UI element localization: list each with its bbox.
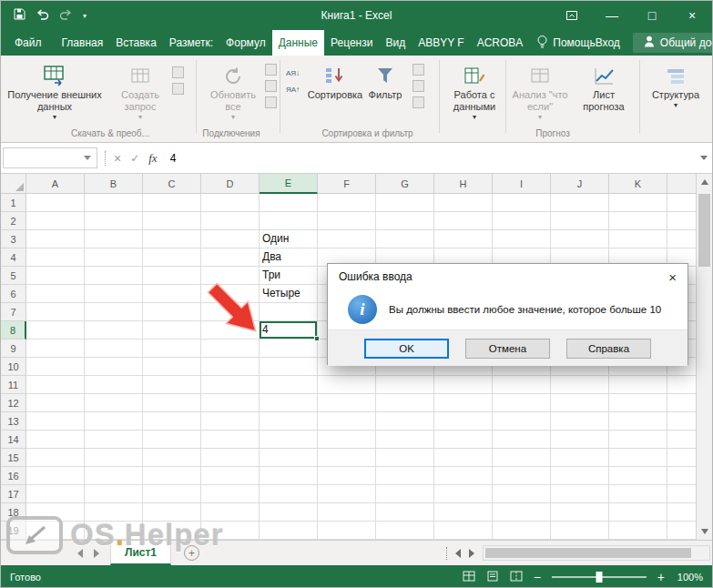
row-header-1[interactable]: 1	[1, 194, 26, 212]
cell-E10[interactable]	[260, 358, 318, 376]
cell-B16[interactable]	[85, 467, 143, 485]
cell-B19[interactable]	[85, 522, 143, 540]
cell-D1[interactable]	[201, 194, 260, 212]
forecast-sheet-button[interactable]: Лист прогноза	[573, 59, 635, 127]
tab-home[interactable]: Главная	[56, 30, 110, 56]
row-header-4[interactable]: 4	[1, 248, 26, 267]
minimize-button[interactable]: —	[592, 1, 632, 30]
cell-B8[interactable]	[85, 321, 143, 340]
cell-J3[interactable]	[551, 230, 609, 248]
cell-E14[interactable]	[260, 431, 318, 449]
horizontal-scroll-thumb[interactable]	[485, 548, 691, 558]
cell-B1[interactable]	[85, 194, 143, 212]
cell-G12[interactable]	[376, 394, 434, 412]
cell-I19[interactable]	[493, 522, 551, 540]
column-header-B[interactable]: B	[85, 174, 143, 194]
zoom-slider-thumb[interactable]	[596, 572, 602, 583]
dialog-close-icon[interactable]: ×	[668, 270, 677, 284]
cell-J17[interactable]	[551, 485, 609, 503]
cell-I11[interactable]	[493, 376, 551, 394]
row-header-19[interactable]: 19	[1, 522, 26, 540]
row-header-11[interactable]: 11	[1, 376, 26, 394]
sheet-nav-left-icon[interactable]	[77, 549, 83, 558]
cell-E3[interactable]: Один	[260, 230, 318, 248]
row-header-5[interactable]: 5	[1, 267, 26, 285]
cell-B10[interactable]	[85, 358, 143, 376]
cell-A13[interactable]	[26, 412, 85, 431]
refresh-all-button[interactable]: Обновить все ▾	[203, 59, 263, 127]
cell-F2[interactable]	[318, 212, 376, 230]
cell-I15[interactable]	[493, 449, 551, 467]
data-tools-button[interactable]: Работа с данными ▾	[446, 59, 503, 127]
tab-page-layout[interactable]: Разметк:	[163, 30, 219, 56]
qat-customize-icon[interactable]: ▾	[83, 12, 87, 20]
cell-H1[interactable]	[434, 194, 493, 212]
cell-B5[interactable]	[85, 267, 143, 285]
cell-J18[interactable]	[551, 503, 609, 522]
cell-F1[interactable]	[318, 194, 376, 212]
cancel-entry-icon[interactable]: ×	[114, 151, 121, 166]
column-header-J[interactable]: J	[551, 174, 609, 194]
save-icon[interactable]	[14, 8, 25, 23]
cell-E18[interactable]	[260, 503, 318, 522]
cell-A19[interactable]	[26, 522, 85, 540]
column-header-I[interactable]: I	[493, 174, 551, 194]
cell-A9[interactable]	[26, 340, 85, 358]
cell-G19[interactable]	[376, 522, 434, 540]
cell-D19[interactable]	[201, 522, 260, 540]
cell-F19[interactable]	[318, 522, 376, 540]
column-header-F[interactable]: F	[318, 174, 376, 194]
cell-I1[interactable]	[493, 194, 551, 212]
tab-data[interactable]: Данные	[272, 30, 324, 56]
zoom-level[interactable]: 100%	[676, 572, 703, 583]
cell-G11[interactable]	[376, 376, 434, 394]
cell-H2[interactable]	[434, 212, 493, 230]
maximize-button[interactable]: □	[632, 1, 672, 30]
cell-K15[interactable]	[609, 449, 667, 467]
cell-C12[interactable]	[143, 394, 201, 412]
cell-D5[interactable]	[201, 267, 260, 285]
cell-F17[interactable]	[318, 485, 376, 503]
ok-button[interactable]: OK	[364, 339, 449, 359]
horizontal-scrollbar[interactable]	[483, 545, 710, 561]
outline-button[interactable]: Структура ▾	[647, 59, 705, 127]
cell-G1[interactable]	[376, 194, 434, 212]
cell-H3[interactable]	[434, 230, 493, 248]
cell-K13[interactable]	[609, 412, 667, 431]
cell-A8[interactable]	[26, 321, 85, 340]
cell-A18[interactable]	[26, 503, 85, 522]
cell-E4[interactable]: Два	[260, 248, 318, 267]
page-layout-view-icon[interactable]	[486, 571, 499, 583]
cell-D15[interactable]	[201, 449, 260, 467]
cell-D2[interactable]	[201, 212, 260, 230]
cell-G16[interactable]	[376, 467, 434, 485]
cell-D11[interactable]	[201, 376, 260, 394]
cell-H16[interactable]	[434, 467, 493, 485]
redo-icon[interactable]	[59, 9, 73, 23]
show-queries-icon[interactable]	[172, 66, 184, 78]
row-header-18[interactable]: 18	[1, 503, 26, 522]
cell-F3[interactable]	[318, 230, 376, 248]
tell-me-box[interactable]: Помощь	[536, 30, 595, 56]
cell-G14[interactable]	[376, 431, 434, 449]
row-header-9[interactable]: 9	[1, 340, 26, 358]
cell-E16[interactable]	[260, 467, 318, 485]
cell-G13[interactable]	[376, 412, 434, 431]
cell-A2[interactable]	[26, 212, 85, 230]
cell-D7[interactable]	[201, 303, 260, 321]
formula-input[interactable]: 4	[170, 152, 177, 165]
column-header-G[interactable]: G	[376, 174, 434, 194]
cell-J14[interactable]	[551, 431, 609, 449]
cell-E8[interactable]: 4	[260, 321, 318, 340]
cell-C5[interactable]	[143, 267, 201, 285]
cell-H18[interactable]	[434, 503, 493, 522]
tab-acrobat[interactable]: ACROBA	[471, 30, 530, 56]
tab-review[interactable]: Рецензи	[324, 30, 379, 56]
cell-E5[interactable]: Три	[260, 267, 318, 285]
cell-D6[interactable]	[201, 285, 260, 303]
cell-E6[interactable]: Четыре	[260, 285, 318, 303]
cell-F12[interactable]	[318, 394, 376, 412]
vertical-scroll-thumb[interactable]	[698, 194, 710, 267]
cell-D14[interactable]	[201, 431, 260, 449]
tab-file[interactable]: Файл	[1, 30, 56, 56]
